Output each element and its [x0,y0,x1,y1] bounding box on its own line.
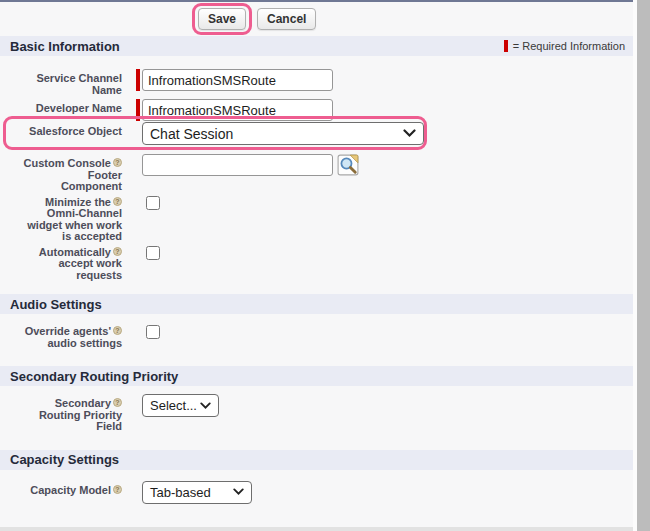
section-basic-information: Basic Information = Required Information [0,36,633,56]
service-channel-name-input[interactable] [142,69,333,91]
toolbar: Save Cancel [0,0,633,36]
capacity-model-select[interactable]: Tab-based [142,481,252,504]
auto-accept-label: Automatically? accept work requests [10,243,122,282]
salesforce-object-select[interactable]: Chat Session [142,122,424,145]
vertical-scrollbar[interactable] [637,0,650,531]
capacity-model-fieldcell: Tab-based [142,481,252,504]
minimize-widget-checkbox[interactable] [146,196,160,210]
help-icon[interactable]: ? [113,485,122,494]
salesforce-object-row: Salesforce Object Chat Session [10,122,633,145]
capacity-model-selected-value: Tab-based [150,485,211,500]
section-title: Secondary Routing Priority [10,369,178,384]
secondary-routing-form: Secondary? Routing Priority Field Select… [0,386,633,433]
basic-information-form: Service Channel Name Developer Name [0,56,633,281]
service-channel-edit-page: Save Cancel Basic Information = Required… [0,0,650,531]
required-bar-icon [504,40,508,52]
secondary-priority-selected-value: Select... [150,398,197,413]
override-audio-label: Override agents'? audio settings [10,322,122,349]
required-legend-label: = Required Information [513,40,625,52]
salesforce-object-selected-value: Chat Session [150,126,233,142]
help-icon[interactable]: ? [113,247,122,256]
developer-name-fieldcell [142,99,333,121]
section-title: Audio Settings [10,297,102,312]
custom-console-footer-row: Custom Console? Footer Component [10,154,633,193]
section-title: Capacity Settings [10,452,119,467]
salesforce-object-label: Salesforce Object [10,122,122,138]
bottom-divider [0,527,633,531]
required-bar-icon [136,99,140,121]
service-channel-name-row: Service Channel Name [10,69,633,96]
section-audio-settings: Audio Settings [0,294,633,314]
secondary-priority-fieldcell: Select... [142,394,219,417]
help-icon[interactable]: ? [113,158,122,167]
required-bar-icon [136,69,140,91]
form-content: Save Cancel Basic Information = Required… [0,0,633,531]
minimize-widget-row: Minimize the? Omni-Channel widget when w… [10,193,633,243]
auto-accept-row: Automatically? accept work requests [10,243,633,282]
override-audio-row: Override agents'? audio settings [10,322,633,349]
developer-name-label: Developer Name [10,99,122,115]
help-icon[interactable]: ? [113,197,122,206]
section-secondary-routing-priority: Secondary Routing Priority [0,366,633,386]
lookup-button[interactable] [337,154,359,176]
developer-name-row: Developer Name [10,99,633,121]
salesforce-object-fieldcell: Chat Session [142,122,424,145]
capacity-model-row: Capacity Model? Tab-based [10,481,633,504]
audio-settings-form: Override agents'? audio settings [0,314,633,349]
help-icon[interactable]: ? [113,398,122,407]
cancel-button[interactable]: Cancel [257,8,316,30]
save-button[interactable]: Save [198,8,246,30]
service-channel-name-fieldcell [142,69,333,91]
custom-console-footer-label: Custom Console? Footer Component [10,154,122,193]
service-channel-name-label: Service Channel Name [10,69,122,96]
required-legend: = Required Information [504,40,625,52]
section-title: Basic Information [10,39,120,54]
top-divider [0,0,633,2]
capacity-model-label: Capacity Model? [10,481,122,497]
auto-accept-fieldcell [142,243,160,260]
auto-accept-checkbox[interactable] [146,246,160,260]
minimize-widget-label: Minimize the? Omni-Channel widget when w… [10,193,122,243]
chevron-down-icon [403,129,416,138]
secondary-priority-select[interactable]: Select... [142,394,219,417]
override-audio-checkbox[interactable] [146,325,160,339]
save-annotation-box: Save [192,3,252,35]
capacity-settings-form: Capacity Model? Tab-based [0,470,633,504]
secondary-priority-row: Secondary? Routing Priority Field Select… [10,394,633,433]
override-audio-fieldcell [142,322,160,339]
secondary-priority-label: Secondary? Routing Priority Field [10,394,122,433]
developer-name-input[interactable] [142,99,333,121]
custom-console-footer-input[interactable] [142,154,333,176]
lookup-magnifier-icon [337,154,359,176]
minimize-widget-fieldcell [142,193,160,210]
chevron-down-icon [233,488,244,496]
help-icon[interactable]: ? [113,326,122,335]
section-capacity-settings: Capacity Settings [0,450,633,470]
chevron-down-icon [200,402,211,410]
custom-console-footer-fieldcell [142,154,359,176]
